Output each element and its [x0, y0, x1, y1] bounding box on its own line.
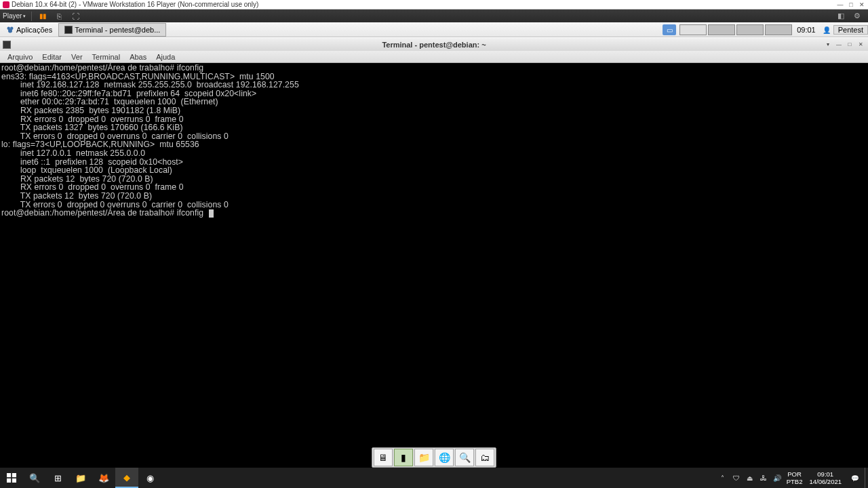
- show-desktop-button[interactable]: [865, 468, 868, 488]
- terminal-icon: [64, 26, 73, 34]
- svg-rect-5: [7, 479, 11, 483]
- workspace-2[interactable]: [708, 24, 735, 35]
- send-ctrl-alt-del-icon[interactable]: ⎘: [54, 11, 64, 22]
- window-minimize-button[interactable]: —: [834, 40, 844, 49]
- applications-label: Aplicações: [16, 26, 52, 34]
- guest-username[interactable]: Pentest: [833, 25, 868, 35]
- fullscreen-icon[interactable]: ⛶: [70, 11, 81, 22]
- workspace-4[interactable]: [765, 24, 792, 35]
- separator: [31, 12, 32, 21]
- menu-ajuda[interactable]: Ajuda: [151, 53, 180, 61]
- workspace-1[interactable]: [679, 24, 707, 35]
- menu-abas[interactable]: Abas: [125, 53, 151, 61]
- menu-arquivo[interactable]: Arquivo: [3, 53, 37, 61]
- dock-files-icon[interactable]: 📁: [414, 449, 433, 466]
- guest-clock[interactable]: 09:01: [793, 26, 820, 34]
- menu-ver[interactable]: Ver: [66, 53, 87, 61]
- vmware-player-icon[interactable]: ◆: [115, 468, 138, 488]
- dock-folder-icon[interactable]: 🗂: [475, 449, 494, 466]
- tray-display-icon[interactable]: ▭: [663, 24, 676, 35]
- terminal-window-icon: [3, 41, 11, 49]
- workspace-3[interactable]: [736, 24, 764, 35]
- clock-time: 09:01: [809, 470, 842, 478]
- player-menu[interactable]: Player: [3, 12, 26, 20]
- svg-point-2: [8, 29, 12, 33]
- lang-line1: POR: [787, 470, 803, 478]
- dock-terminal-icon[interactable]: ▮: [394, 449, 413, 466]
- tray-network-icon[interactable]: 🖧: [757, 468, 770, 488]
- vmware-titlebar: Debian 10.x 64-bit (2) - VMware Workstat…: [0, 0, 868, 9]
- windows-icon: [7, 473, 16, 483]
- window-shade-button[interactable]: ▾: [823, 40, 833, 49]
- terminal-cursor: [209, 209, 214, 218]
- lang-line2: PTB2: [787, 478, 803, 485]
- windows-taskbar: 🔍 ⊞ 📁 🦊 ◆ ◉ ˄ 🛡 ⏏ 🖧 🔊 POR PTB2 09:01 14/…: [0, 468, 868, 488]
- clock-date: 14/06/2021: [809, 478, 842, 485]
- xfce-mouse-icon: [6, 26, 14, 34]
- tray-eject-icon[interactable]: ⏏: [743, 468, 757, 488]
- language-indicator[interactable]: POR PTB2: [784, 470, 806, 485]
- windows-clock[interactable]: 09:01 14/06/2021: [805, 470, 846, 485]
- user-icon: 👤: [820, 23, 833, 37]
- terminal-title-text: Terminal - pentest@debian: ~: [382, 41, 486, 49]
- debian-icon: [3, 1, 9, 8]
- guest-dock: 🖥 ▮ 📁 🌐 🔍 🗂: [372, 447, 496, 468]
- close-button[interactable]: ✕: [859, 1, 865, 8]
- window-close-button[interactable]: ✕: [856, 40, 865, 49]
- vmware-title-text: Debian 10.x 64-bit (2) - VMware Workstat…: [12, 1, 258, 8]
- svg-rect-3: [7, 473, 11, 477]
- taskbar-terminal-item[interactable]: Terminal - pentest@deb...: [58, 23, 166, 37]
- terminal-output[interactable]: root@debian:/home/pentest/Área de trabal…: [0, 63, 868, 467]
- svg-rect-6: [12, 479, 16, 483]
- pause-icon[interactable]: ▮▮: [37, 11, 48, 22]
- terminal-menubar: Arquivo Editar Ver Terminal Abas Ajuda: [0, 51, 868, 63]
- explorer-icon[interactable]: 📁: [69, 468, 92, 488]
- vmware-toolbar: Player ▮▮ ⎘ ⛶ ◧ ⚙: [0, 9, 868, 22]
- tray-shield-icon[interactable]: 🛡: [730, 468, 743, 488]
- dock-desktop-icon[interactable]: 🖥: [374, 449, 393, 466]
- menu-editar[interactable]: Editar: [37, 53, 66, 61]
- dock-search-icon[interactable]: 🔍: [455, 449, 474, 466]
- menu-terminal[interactable]: Terminal: [87, 53, 125, 61]
- tool-icon[interactable]: ◧: [835, 11, 846, 22]
- tool-icon[interactable]: ⚙: [852, 11, 863, 22]
- minimize-button[interactable]: —: [837, 1, 844, 8]
- chevron-up-icon[interactable]: ˄: [716, 468, 730, 488]
- firefox-icon[interactable]: 🦊: [92, 468, 115, 488]
- tray-volume-icon[interactable]: 🔊: [770, 468, 784, 488]
- window-maximize-button[interactable]: □: [845, 40, 854, 49]
- applications-menu[interactable]: Aplicações: [0, 23, 58, 37]
- taskbar-terminal-label: Terminal - pentest@deb...: [75, 26, 160, 34]
- notification-icon[interactable]: 💬: [846, 474, 865, 482]
- task-view-icon[interactable]: ⊞: [46, 468, 69, 488]
- dock-browser-icon[interactable]: 🌐: [435, 449, 454, 466]
- svg-rect-4: [12, 473, 16, 477]
- start-button[interactable]: [0, 468, 23, 488]
- search-icon[interactable]: 🔍: [23, 468, 46, 488]
- guest-panel: Aplicações Terminal - pentest@deb... ▭ 0…: [0, 22, 868, 37]
- maximize-button[interactable]: □: [848, 1, 854, 8]
- obs-icon[interactable]: ◉: [138, 468, 161, 488]
- terminal-titlebar[interactable]: Terminal - pentest@debian: ~ ▾ — □ ✕: [0, 37, 868, 51]
